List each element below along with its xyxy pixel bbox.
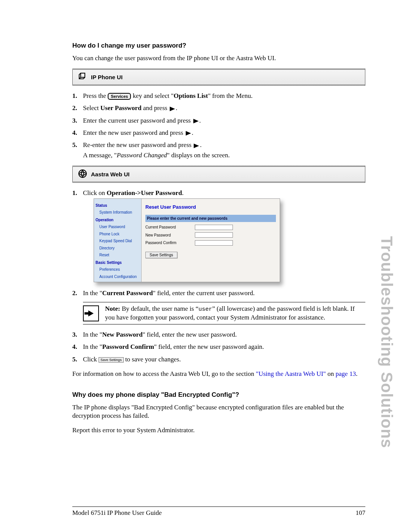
sidebar-item-system-information[interactable]: System Information — [96, 209, 140, 216]
web-step-3: In the "New Password" field, enter the n… — [72, 330, 365, 340]
access-info-paragraph: For information on how to access the Aas… — [72, 370, 365, 378]
current-password-input[interactable] — [195, 225, 233, 230]
ip-step-4: Enter the new user password and press . — [72, 128, 365, 138]
sidebar-group-status: Status — [96, 203, 140, 209]
save-settings-button[interactable]: Save Settings — [145, 252, 177, 258]
webui-row-new: New Password — [145, 232, 276, 238]
save-settings-inline-button: Save Settings — [99, 357, 124, 363]
ip-step-5: Re-enter the new user password and press… — [72, 140, 365, 160]
play-icon — [170, 107, 175, 111]
sidebar-item-reset[interactable]: Reset — [96, 252, 140, 258]
web-step-5: Click Save Settings to save your changes… — [72, 355, 365, 364]
new-password-label: New Password — [145, 232, 195, 238]
sidebar-item-keypad-speed-dial[interactable]: Keypad Speed Dial — [96, 238, 140, 244]
sidebar-item-account-configuration[interactable]: Account Configuration — [96, 274, 140, 280]
web-step-1: Click on Operation->User Password. Statu… — [72, 188, 365, 282]
web-ui-steps: Click on Operation->User Password. Statu… — [72, 188, 365, 364]
footer-left: Model 6751i IP Phone User Guide — [72, 509, 162, 517]
bad-encrypted-p1: The IP phone displays "Bad Encrypted Con… — [72, 403, 365, 420]
page-footer: Model 6751i IP Phone User Guide 107 — [72, 506, 365, 517]
password-confirm-input[interactable] — [195, 240, 233, 246]
aastra-web-ui-bar: Aastra Web UI — [72, 166, 365, 183]
sidebar-item-user-password[interactable]: User Password — [96, 224, 140, 230]
play-icon — [186, 131, 191, 136]
globe-icon — [78, 169, 87, 179]
aastra-web-ui-label: Aastra Web UI — [91, 171, 129, 177]
webui-row-confirm: Password Confirm — [145, 240, 276, 246]
link-page-13[interactable]: page 13 — [336, 370, 356, 377]
play-icon — [194, 144, 199, 148]
footer-page-number: 107 — [356, 509, 366, 517]
sidebar-item-directory[interactable]: Directory — [96, 245, 140, 251]
link-using-aastra-web-ui[interactable]: "Using the Aastra Web UI" — [256, 370, 326, 377]
side-chapter-title: Troubleshooting Solutions — [378, 236, 396, 448]
phone-icon — [78, 72, 87, 82]
ip-step-3: Enter the current user password and pres… — [72, 116, 365, 126]
note-arrow-icon — [83, 305, 99, 321]
services-key: Services — [108, 93, 131, 100]
play-icon — [193, 119, 199, 123]
section-heading-change-password: How do I change my user password? — [72, 42, 365, 50]
sidebar-group-basic-settings: Basic Settings — [96, 260, 140, 266]
webui-banner: Please enter the current and new passwor… — [145, 215, 276, 222]
bad-encrypted-p2: Report this error to your System Adminis… — [72, 426, 365, 435]
password-confirm-label: Password Confirm — [145, 240, 195, 246]
current-password-label: Current Password — [145, 224, 195, 230]
svg-point-0 — [79, 170, 86, 177]
sidebar-item-preferences[interactable]: Preferences — [96, 267, 140, 273]
new-password-input[interactable] — [195, 232, 233, 238]
note-block: Note: By default, the user name is “user… — [83, 302, 365, 324]
web-step-2: In the "Current Password" field, enter t… — [72, 288, 365, 324]
web-step-4: In the "Password Confirm" field, enter t… — [72, 342, 365, 352]
webui-title: Reset User Password — [145, 203, 276, 211]
ip-step-2: Select User Password and press . — [72, 103, 365, 113]
ip-phone-ui-bar: IP Phone UI — [72, 69, 365, 86]
webui-row-current: Current Password — [145, 224, 276, 230]
sidebar-group-operation: Operation — [96, 217, 140, 223]
ip-phone-steps: Press the Services key and select "Optio… — [72, 91, 365, 160]
webui-sidebar: Status System Information Operation User… — [94, 199, 142, 282]
section-heading-bad-encrypted: Why does my phone display "Bad Encrypted… — [72, 391, 365, 399]
ip-step-1: Press the Services key and select "Optio… — [72, 91, 365, 101]
intro-paragraph: You can change the user password from th… — [72, 54, 365, 62]
webui-screenshot: Status System Information Operation User… — [94, 198, 280, 283]
ip-phone-ui-label: IP Phone UI — [91, 74, 123, 80]
webui-main: Reset User Password Please enter the cur… — [142, 199, 280, 282]
sidebar-item-phone-lock[interactable]: Phone Lock — [96, 231, 140, 237]
note-text: Note: By default, the user name is “user… — [105, 305, 365, 322]
